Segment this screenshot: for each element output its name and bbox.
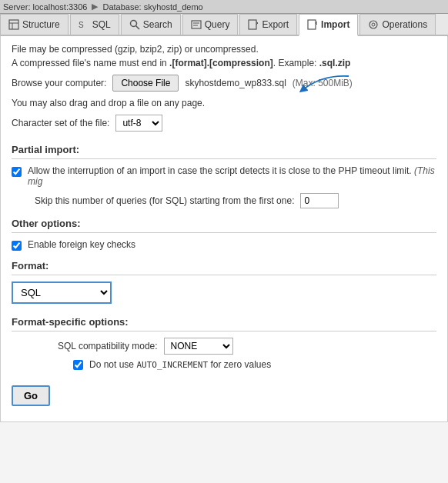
skip-row: Skip this number of queries (for SQL) st… [35,193,436,208]
choose-file-button[interactable]: Choose File [112,75,179,92]
skip-input[interactable]: 0 [300,193,339,208]
tab-export[interactable]: Export [239,14,297,35]
table-icon [8,19,19,30]
format-specific-header: Format-specific options: [12,316,436,331]
sql-compat-label: SQL compatibility mode: [58,341,158,351]
arrow-annotation [299,73,353,95]
svg-rect-6 [192,21,201,28]
charset-label: Character set of the file: [12,118,109,128]
nav-tabs: Structure S SQL Search Query Export [0,14,448,36]
svg-rect-13 [308,20,316,29]
sql-compat-select[interactable]: NONE ANSI DB2 MAXDB MYSQL323 MYSQL40 ORA… [164,338,233,355]
format-header: Format: [12,260,436,275]
svg-point-18 [372,23,375,26]
info-line-2: A compressed file's name must end in .[f… [12,58,436,68]
charset-row: Character set of the file: utf-8 utf-16 … [12,115,436,132]
auto-inc-code: AUTO_INCREMENT [136,360,208,370]
go-button[interactable]: Go [12,385,50,406]
drag-drop-info: You may also drag and drop a file on any… [12,98,436,108]
other-options-header: Other options: [12,218,436,233]
svg-rect-9 [249,20,256,29]
auto-increment-row: Do not use AUTO_INCREMENT for zero value… [73,359,436,370]
partial-import-label: Allow the interruption of an import in c… [28,165,436,187]
info-line-2-suffix: . Example: [273,58,319,68]
format-select[interactable]: SQL CSV JSON XML [12,281,112,304]
svg-rect-0 [9,20,18,29]
tab-query[interactable]: Query [182,14,239,35]
sql-icon: S [79,19,89,30]
format-wrapper: SQL CSV JSON XML [12,281,436,304]
sql-compat-row: SQL compatibility mode: NONE ANSI DB2 MA… [58,338,436,355]
info-example: .sql.zip [319,58,351,68]
auto-inc-label: Do not use AUTO_INCREMENT for zero value… [89,359,271,370]
partial-import-row: Allow the interruption of an import in c… [12,165,436,187]
tab-operations[interactable]: Operations [359,14,436,35]
tab-structure[interactable]: Structure [0,14,69,35]
info-line-2-prefix: A compressed file's name must end in [12,58,169,68]
auto-increment-checkbox[interactable] [73,360,83,370]
file-name-display: skyhostdemo_wp833.sql [185,78,286,88]
foreign-key-checkbox[interactable] [12,241,22,251]
tab-search[interactable]: Search [121,14,181,35]
svg-line-5 [135,26,139,30]
separator: ▶ [92,2,98,12]
import-icon [307,19,318,30]
operations-icon [368,19,379,30]
foreign-key-row: Enable foreign key checks [12,239,436,251]
go-section: Go [12,385,436,406]
skip-label: Skip this number of queries (for SQL) st… [35,195,294,206]
search-icon [129,19,140,30]
server-label: Server: localhost:3306 [3,2,87,12]
partial-import-checkbox[interactable] [12,167,22,177]
import-content: File may be compressed (gzip, bzip2, zip… [0,36,448,422]
top-bar: Server: localhost:3306 ▶ Database: skyho… [0,0,448,14]
browse-row: Browse your computer: Choose File skyhos… [12,75,436,92]
tab-sql[interactable]: S SQL [70,14,119,35]
export-icon [248,19,259,30]
svg-text:S: S [79,21,84,29]
svg-point-4 [130,21,136,27]
query-icon [191,19,202,30]
info-line-1: File may be compressed (gzip, bzip2, zip… [12,44,436,55]
info-format-highlight: .[format].[compression] [169,58,273,68]
svg-point-17 [369,21,377,28]
database-label: Database: skyhostd_demo [102,2,202,12]
foreign-key-label: Enable foreign key checks [28,239,135,250]
charset-select[interactable]: utf-8 utf-16 latin1 ascii [115,115,162,132]
tab-import[interactable]: Import [299,14,358,36]
browse-label: Browse your computer: [12,78,106,88]
partial-import-header: Partial import: [12,144,436,159]
